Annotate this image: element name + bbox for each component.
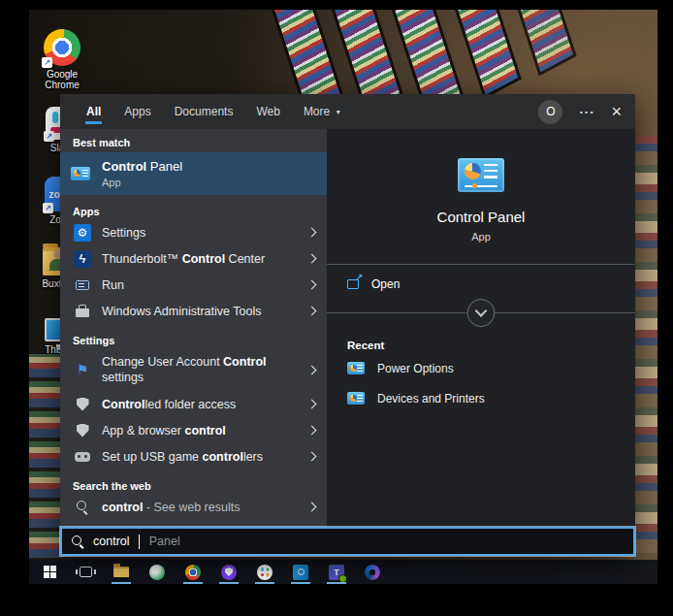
result-text: Controlled folder access xyxy=(102,398,301,411)
chevron-down-icon xyxy=(475,305,488,317)
expand-button[interactable] xyxy=(467,299,496,327)
shortcut-arrow-icon: ↗ xyxy=(42,57,52,68)
chevron-right-icon xyxy=(307,365,317,374)
wallpaper-detail xyxy=(29,354,62,558)
microsoft-365-icon xyxy=(365,565,380,580)
result-text: Settings xyxy=(102,226,301,240)
close-icon[interactable]: × xyxy=(611,103,622,120)
taskbar-microsoft-365[interactable] xyxy=(360,560,385,584)
shield-icon xyxy=(77,424,89,438)
browser-globe-icon xyxy=(149,565,165,580)
control-panel-icon xyxy=(71,167,90,180)
divider xyxy=(327,312,635,313)
taskbar-slack[interactable] xyxy=(252,560,277,584)
windows-logo-icon xyxy=(44,566,56,578)
result-control-panel[interactable]: Control Panel App xyxy=(60,152,327,195)
result-text: App & browser control xyxy=(102,424,301,438)
taskbar-browser-globe[interactable] xyxy=(144,560,170,584)
chrome-icon xyxy=(185,565,201,580)
app-name: Control Panel xyxy=(437,209,526,225)
run-window-icon xyxy=(76,280,89,290)
app-type: App xyxy=(471,231,491,243)
section-header-apps: Apps xyxy=(60,204,327,219)
more-options-icon[interactable]: ··· xyxy=(579,105,594,119)
result-windows-administrative-tools[interactable]: Windows Administrative Tools xyxy=(60,298,327,324)
result-change-uac-settings[interactable]: ⚑ Change User Account Control settings xyxy=(60,348,327,391)
shield-icon xyxy=(77,398,89,411)
task-view-button[interactable] xyxy=(73,560,98,584)
chevron-right-icon xyxy=(307,400,317,409)
result-usb-game-controllers[interactable]: Set up USB game controllers xyxy=(60,443,327,470)
result-text: Change User Account Control settings xyxy=(102,354,301,385)
result-title: Control Panel xyxy=(102,159,182,174)
chevron-right-icon xyxy=(307,307,317,316)
task-view-icon xyxy=(80,567,92,577)
search-value: control xyxy=(93,535,130,548)
result-run[interactable]: Run xyxy=(60,272,327,298)
gamepad-icon xyxy=(75,452,90,462)
toolbox-icon xyxy=(76,308,89,317)
shield-browser-icon xyxy=(221,565,237,580)
control-panel-icon xyxy=(347,392,365,405)
taskbar-file-explorer[interactable] xyxy=(109,560,134,584)
results-panel: Best match Control Panel App Apps ⚙ Sett… xyxy=(60,129,327,527)
tab-web[interactable]: Web xyxy=(255,96,280,127)
flag-icon: ⚑ xyxy=(77,363,89,376)
result-thunderbolt-control-center[interactable]: ϟ Thunderbolt™ Control Center xyxy=(60,245,327,272)
open-action[interactable]: Open xyxy=(327,268,635,301)
settings-gear-icon: ⚙ xyxy=(74,224,91,242)
chevron-right-icon xyxy=(307,228,317,238)
chevron-right-icon xyxy=(307,254,317,264)
section-header-settings: Settings xyxy=(60,333,327,348)
divider xyxy=(327,264,635,265)
result-subtitle: App xyxy=(102,177,182,188)
taskbar-secure-browser[interactable] xyxy=(216,560,241,584)
text-caret xyxy=(139,535,140,549)
search-icon xyxy=(72,535,84,548)
chevron-down-icon: ▼ xyxy=(335,109,341,115)
section-header-best-match: Best match xyxy=(60,135,327,150)
taskbar-outlook[interactable] xyxy=(288,560,313,584)
search-suggestion: Panel xyxy=(149,535,180,548)
result-text: control - See web results xyxy=(102,501,301,514)
outlook-icon xyxy=(293,565,308,580)
result-app-browser-control[interactable]: App & browser control xyxy=(60,417,327,443)
recent-item-power-options[interactable]: Power Options xyxy=(327,355,454,381)
taskbar: T xyxy=(29,560,657,584)
result-controlled-folder-access[interactable]: Controlled folder access xyxy=(60,391,327,417)
result-text: Run xyxy=(102,278,301,292)
start-button[interactable] xyxy=(37,560,62,584)
avatar[interactable]: O xyxy=(538,100,562,124)
recent-item-devices-and-printers[interactable]: Devices and Printers xyxy=(327,385,485,411)
file-explorer-icon xyxy=(113,567,129,577)
tab-more[interactable]: More▼ xyxy=(303,96,342,127)
preview-panel: Control Panel App Open Recent Power Opti… xyxy=(327,129,635,527)
shortcut-arrow-icon: ↗ xyxy=(44,131,54,142)
search-input[interactable]: control Panel xyxy=(60,527,635,556)
taskbar-chrome[interactable] xyxy=(180,560,206,584)
chevron-right-icon xyxy=(307,426,317,436)
open-icon xyxy=(347,279,359,289)
control-panel-icon xyxy=(347,362,365,374)
result-text: Set up USB game controllers xyxy=(102,450,301,464)
chevron-right-icon xyxy=(307,280,317,290)
chrome-icon: ↗ xyxy=(44,29,80,66)
tab-all[interactable]: All xyxy=(85,96,102,127)
search-flyout: All Apps Documents Web More▼ O ··· × Bes… xyxy=(60,94,635,556)
control-panel-icon-large xyxy=(458,158,504,192)
shortcut-arrow-icon: ↗ xyxy=(43,203,53,213)
tab-documents[interactable]: Documents xyxy=(174,96,235,127)
screenshot-frame: ↗ Google Chrome ↗ Slack zoom ↗ Zoom xyxy=(0,0,673,616)
result-text: Thunderbolt™ Control Center xyxy=(102,252,301,266)
section-header-search-the-web: Search the web xyxy=(60,478,327,494)
tab-apps[interactable]: Apps xyxy=(123,96,151,127)
thunderbolt-icon: ϟ xyxy=(74,250,91,268)
taskbar-teams[interactable]: T xyxy=(324,560,349,584)
desktop-icon-google-chrome[interactable]: ↗ Google Chrome xyxy=(35,29,89,90)
result-settings[interactable]: ⚙ Settings xyxy=(60,219,327,245)
section-header-recent: Recent xyxy=(327,340,384,351)
chevron-right-icon xyxy=(307,503,317,512)
result-web-search[interactable]: control - See web results xyxy=(60,494,327,520)
chevron-right-icon xyxy=(307,452,317,462)
search-tab-bar: All Apps Documents Web More▼ O ··· × xyxy=(60,94,635,129)
